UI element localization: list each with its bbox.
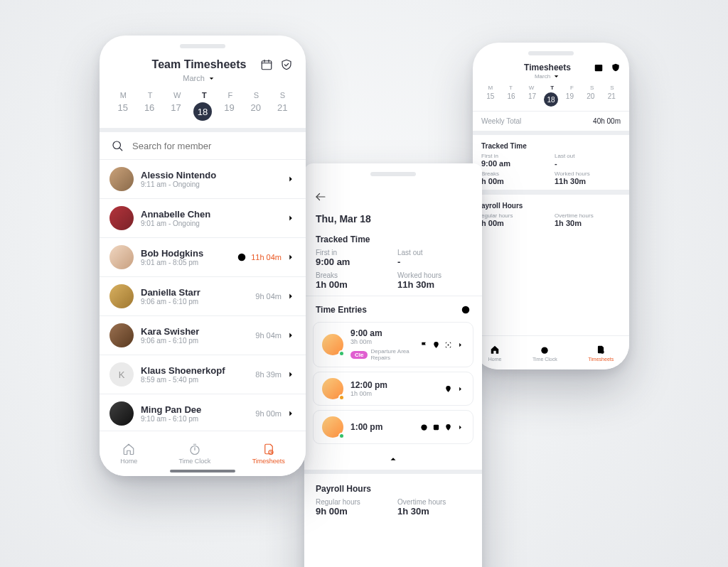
weekday-label: S — [254, 91, 259, 99]
weekly-total-label: Weekly Total — [481, 117, 521, 125]
date-cell[interactable]: 20 — [247, 102, 265, 121]
date-cell[interactable]: 15 — [114, 102, 132, 121]
entry-tag-badge: Cle — [350, 351, 368, 359]
worked-label: Worked hours — [397, 271, 471, 279]
tracked-time-heading: Tracked Time — [316, 234, 471, 244]
date-cell[interactable]: 18 — [544, 92, 558, 107]
member-name: Ming Pan Dee — [141, 404, 248, 415]
date-cell[interactable]: 17 — [523, 92, 542, 107]
search-input[interactable] — [131, 140, 294, 152]
member-row[interactable]: Daniella Starr9:06 am - 6:10 pm9h 04m — [100, 277, 306, 316]
avatar — [109, 167, 134, 191]
tab-timesheets[interactable]: Timesheets — [588, 345, 614, 362]
clock-alert-icon — [237, 252, 247, 262]
month-selector[interactable]: March — [183, 74, 215, 82]
tab-bar: Home Time Clock Timesheets — [473, 335, 629, 369]
weekly-total-row: Weekly Total 40h 00m — [473, 111, 629, 135]
date-cell[interactable]: 20 — [582, 92, 600, 107]
date-cell[interactable]: 16 — [502, 92, 520, 107]
weekday-label: S — [610, 85, 614, 91]
date-cell[interactable]: 19 — [560, 92, 579, 107]
page-title: Team Timesheets — [138, 58, 260, 71]
scan-icon — [444, 341, 452, 349]
page-title: Timesheets — [501, 63, 594, 72]
time-entry[interactable]: 1:00 pm — [313, 410, 473, 444]
tab-home[interactable]: Home — [120, 443, 137, 465]
breaks-value: 1h 00m — [316, 279, 389, 290]
member-row[interactable]: KKlaus Shoenerkopf8:59 am - 5:40 pm8h 39… — [100, 355, 306, 394]
date-cell[interactable]: 21 — [602, 92, 621, 107]
member-time-range: 9:01 am - Ongoing — [141, 220, 274, 227]
member-time-range: 9:11 am - Ongoing — [141, 180, 274, 188]
time-entry[interactable]: 9:00 am3h 00mCleDeparture Area Repairs — [313, 322, 473, 367]
date-cell[interactable]: 21 — [273, 102, 291, 121]
calendar-icon[interactable] — [260, 58, 273, 71]
stopwatch-icon — [540, 345, 550, 355]
date-heading: Thu, Mar 18 — [316, 213, 471, 225]
breaks-label: Breaks — [316, 271, 389, 279]
tab-time-clock[interactable]: Time Clock — [532, 345, 557, 362]
first-in-label: First in — [481, 153, 547, 159]
weekday-label: T — [202, 91, 207, 99]
last-out-value: - — [397, 256, 471, 267]
month-selector[interactable]: March — [501, 72, 594, 80]
weekday-label: M — [120, 91, 127, 99]
svg-point-7 — [447, 387, 449, 388]
search-icon — [111, 139, 124, 152]
overtime-label: Overtime hours — [397, 498, 471, 506]
calendar-icon[interactable] — [594, 63, 604, 72]
home-icon — [122, 443, 135, 455]
date-cell[interactable]: 16 — [140, 102, 159, 121]
member-row[interactable]: Kara Swisher9:06 am - 6:10 pm9h 04m — [100, 316, 306, 355]
chevron-right-icon — [286, 213, 296, 223]
member-name: Daniella Starr — [141, 287, 248, 298]
member-row[interactable]: Annabelle Chen9:01 am - Ongoing — [100, 199, 306, 238]
date-cell[interactable]: 19 — [220, 102, 238, 121]
tab-home[interactable]: Home — [488, 345, 502, 362]
last-out-label: Last out — [397, 249, 471, 256]
search-bar[interactable] — [100, 132, 306, 160]
chevron-right-icon — [286, 291, 296, 301]
member-row[interactable]: Ming Pan Dee9:10 am - 6:10 pm9h 00m — [100, 394, 306, 433]
back-button[interactable] — [304, 180, 482, 209]
chevron-right-icon — [286, 174, 296, 184]
shield-check-icon[interactable] — [280, 58, 293, 71]
svg-rect-9 — [434, 424, 439, 429]
phone-day-detail: Thu, Mar 18 Tracked Time First in9:00 am… — [304, 163, 482, 567]
weekday-label: S — [280, 91, 285, 99]
collapse-toggle[interactable] — [304, 448, 482, 470]
weekday-label: T — [148, 91, 153, 99]
date-cell[interactable]: 15 — [481, 92, 500, 107]
regular-label: egular hours — [481, 212, 547, 219]
entry-duration: 1h 00m — [350, 390, 437, 397]
member-time-range: 9:01 am - 8:05 pm — [141, 259, 230, 266]
member-row[interactable]: Alessio Nintendo9:11 am - Ongoing — [100, 160, 306, 199]
phone-notch — [528, 51, 574, 55]
tab-timesheets[interactable]: Timesheets — [252, 443, 285, 465]
member-row[interactable]: Bob Hodgkins9:01 am - 8:05 pm11h 04m — [100, 238, 306, 277]
flag-icon — [420, 341, 428, 349]
svg-rect-11 — [262, 61, 272, 70]
member-duration: 8h 39m — [255, 370, 282, 379]
phone-notch — [370, 172, 416, 176]
info-icon[interactable] — [461, 305, 471, 315]
svg-point-6 — [448, 344, 449, 345]
chevron-right-icon — [456, 423, 464, 431]
avatar — [109, 284, 134, 308]
payroll-heading: ayroll Hours — [481, 202, 621, 210]
tab-time-clock[interactable]: Time Clock — [179, 443, 211, 465]
member-duration: 11h 04m — [251, 253, 282, 261]
member-name: Kara Swisher — [141, 326, 248, 337]
shield-check-icon[interactable] — [611, 63, 621, 72]
avatar — [109, 245, 134, 269]
avatar — [109, 323, 134, 347]
time-entry[interactable]: 12:00 pm1h 00m — [313, 372, 473, 406]
date-cell[interactable]: 18 — [193, 102, 212, 121]
regular-value: 9h 00m — [316, 506, 389, 517]
svg-point-5 — [435, 342, 437, 344]
breaks-label: Breaks — [481, 171, 547, 177]
phone-team-timesheets: Team Timesheets March MTWTFSS 1516171819… — [100, 36, 306, 476]
overtime-value: 1h 30m — [555, 219, 621, 227]
weekday-label: T — [550, 85, 554, 91]
date-cell[interactable]: 17 — [167, 102, 186, 121]
